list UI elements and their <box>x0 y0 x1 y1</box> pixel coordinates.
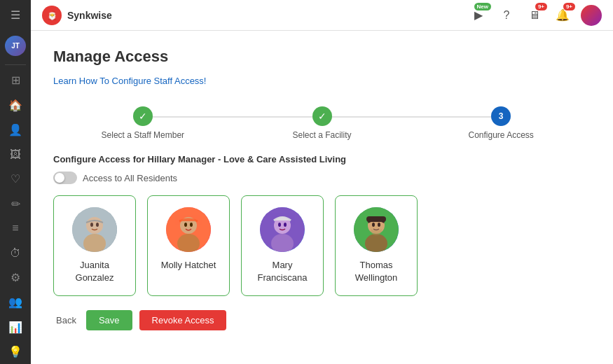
topbar-user-avatar[interactable] <box>581 5 602 26</box>
resident-avatar-juanita <box>72 207 117 252</box>
sidebar-icon-clock[interactable]: ⏱ <box>0 241 31 265</box>
topbar-logo: 🎅 Synkwise <box>42 6 112 25</box>
sidebar-menu-button[interactable]: ☰ <box>0 0 31 30</box>
juanita-avatar-svg <box>72 207 117 252</box>
resident-avatar-molly <box>166 207 211 252</box>
help-icon: ? <box>504 9 510 22</box>
resident-name-thomas: Thomas Wellington <box>344 259 408 284</box>
svg-point-4 <box>90 223 93 227</box>
sidebar-icon-list[interactable]: ≡ <box>0 216 31 241</box>
toggle-knob <box>55 173 64 183</box>
stepper: ✓ Select a Staff Member ✓ Select a Facil… <box>53 106 591 140</box>
resident-card-thomas[interactable]: Thomas Wellington <box>335 195 418 296</box>
topbar: 🎅 Synkwise ▶ New ? 🖥 9+ 🔔 9+ <box>31 0 613 31</box>
main-area: 🎅 Synkwise ▶ New ? 🖥 9+ 🔔 9+ Manage Acce… <box>31 0 613 364</box>
sidebar-divider <box>5 64 27 65</box>
resident-name-mary: Mary Franciscana <box>250 259 315 284</box>
resident-avatar-thomas <box>354 207 399 252</box>
resident-card-mary[interactable]: Mary Franciscana <box>241 195 324 296</box>
svg-point-5 <box>96 223 99 227</box>
sidebar-icon-heart[interactable]: ♡ <box>0 167 31 191</box>
step-1: ✓ Select a Staff Member <box>53 106 233 140</box>
thomas-avatar-svg <box>354 207 399 252</box>
sidebar-icon-home[interactable]: 🏠 <box>0 93 31 118</box>
step-1-circle: ✓ <box>133 106 153 126</box>
step-1-icon: ✓ <box>139 111 147 122</box>
sidebar-user-initials: JT <box>11 42 20 50</box>
svg-point-17 <box>284 223 287 227</box>
molly-avatar-svg <box>166 207 211 252</box>
hamburger-icon: ☰ <box>11 8 20 22</box>
step-2: ✓ Select a Facility <box>233 106 412 140</box>
residents-grid: JuanitaGonzalez Molly Hatchet <box>53 195 591 296</box>
bell-badge: 9+ <box>563 3 575 10</box>
sidebar-icon-idea[interactable]: 💡 <box>0 340 31 364</box>
bell-button[interactable]: 🔔 9+ <box>553 6 572 25</box>
sidebar: ☰ JT ⊞ 🏠 👤 🖼 ♡ ✏ ≡ ⏱ ⚙ 👥 📊 💡 <box>0 0 31 364</box>
step-3-circle: 3 <box>491 106 511 126</box>
sidebar-icon-edit[interactable]: ✏ <box>0 191 31 216</box>
play-button[interactable]: ▶ New <box>469 6 488 25</box>
step-2-icon: ✓ <box>318 111 326 122</box>
svg-point-11 <box>190 223 193 227</box>
sidebar-icon-dashboard[interactable]: ⊞ <box>0 68 31 92</box>
help-button[interactable]: ? <box>497 6 516 25</box>
step-2-label: Select a Facility <box>292 130 351 140</box>
screen-badge: 9+ <box>535 3 547 10</box>
logo-icon: 🎅 <box>42 6 62 25</box>
svg-point-23 <box>378 223 380 227</box>
new-badge: New <box>474 3 491 10</box>
revoke-access-button[interactable]: Revoke Access <box>139 310 227 330</box>
svg-point-22 <box>372 223 375 227</box>
bell-icon: 🔔 <box>556 8 570 22</box>
screen-icon: 🖥 <box>529 9 540 22</box>
content-area: Manage Access Learn How To Configure Sta… <box>31 31 613 364</box>
step-3-label: Configure Access <box>468 130 533 140</box>
sidebar-icon-person[interactable]: 👤 <box>0 118 31 142</box>
action-row: Back Save Revoke Access <box>53 310 591 330</box>
save-button[interactable]: Save <box>86 310 132 330</box>
svg-point-16 <box>278 223 281 227</box>
resident-card-molly[interactable]: Molly Hatchet <box>147 195 230 296</box>
toggle-row: Access to All Residents <box>53 172 591 184</box>
learn-link[interactable]: Learn How To Configure Staff Access! <box>53 76 206 86</box>
screen-button[interactable]: 🖥 9+ <box>525 6 544 25</box>
step-3-number: 3 <box>499 111 504 121</box>
step-2-circle: ✓ <box>312 106 332 126</box>
step-3: 3 Configure Access <box>411 106 591 140</box>
sidebar-icon-image[interactable]: 🖼 <box>0 142 31 167</box>
step-1-label: Select a Staff Member <box>102 130 185 140</box>
sidebar-icon-users[interactable]: 👥 <box>0 290 31 314</box>
resident-name-juanita: JuanitaGonzalez <box>76 259 114 284</box>
resident-name-molly: Molly Hatchet <box>161 259 216 272</box>
topbar-actions: ▶ New ? 🖥 9+ 🔔 9+ <box>469 5 602 26</box>
access-all-toggle[interactable] <box>53 172 77 184</box>
app-name: Synkwise <box>67 10 112 21</box>
play-icon: ▶ <box>474 8 483 22</box>
svg-point-10 <box>184 223 187 227</box>
toggle-label: Access to All Residents <box>83 173 177 183</box>
back-button[interactable]: Back <box>53 310 79 330</box>
page-title: Manage Access <box>53 48 591 66</box>
configure-header: Configure Access for Hillary Manager - L… <box>53 154 591 164</box>
sidebar-icon-settings[interactable]: ⚙ <box>0 265 31 290</box>
sidebar-icon-chart[interactable]: 📊 <box>0 315 31 340</box>
mary-avatar-svg <box>260 207 305 252</box>
resident-card-juanita[interactable]: JuanitaGonzalez <box>53 195 136 296</box>
resident-avatar-mary <box>260 207 305 252</box>
sidebar-user-avatar[interactable]: JT <box>5 36 26 56</box>
